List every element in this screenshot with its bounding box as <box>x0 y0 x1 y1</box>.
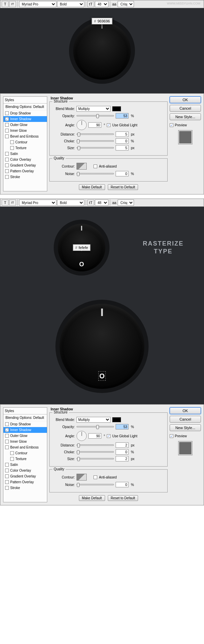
style-item-outer-glow[interactable]: Outer Glow <box>3 433 47 439</box>
style-item-contour[interactable]: Contour <box>3 139 47 145</box>
font-size-select[interactable]: 48 pt <box>95 1 108 7</box>
style-item-satin[interactable]: Satin <box>3 462 47 468</box>
size-input[interactable] <box>116 456 129 461</box>
style-checkbox[interactable] <box>5 486 9 490</box>
style-checkbox[interactable] <box>5 474 9 478</box>
style-checkbox[interactable] <box>5 111 9 115</box>
style-item-pattern-overlay[interactable]: Pattern Overlay <box>3 479 47 485</box>
shadow-color-swatch[interactable] <box>112 417 121 422</box>
text-orient2-icon[interactable]: IT <box>9 1 16 7</box>
aa-select[interactable]: Crisp <box>118 200 134 206</box>
reset-default-button[interactable]: Reset to Default <box>108 184 138 190</box>
font-size-select[interactable]: 48 pt <box>95 200 108 206</box>
style-checkbox[interactable] <box>5 129 9 132</box>
opacity-input[interactable] <box>116 424 129 429</box>
style-item-gradient-overlay[interactable]: Gradient Overlay <box>3 473 47 479</box>
choke-input[interactable] <box>116 449 129 455</box>
cancel-button[interactable]: Cancel <box>170 105 201 112</box>
noise-input[interactable] <box>116 171 129 176</box>
distance-slider[interactable] <box>76 444 114 446</box>
style-item-color-overlay[interactable]: Color Overlay <box>3 157 47 162</box>
antialias-checkbox[interactable] <box>94 475 97 479</box>
style-checkbox[interactable] <box>5 123 9 127</box>
text-orient-icon[interactable]: T <box>2 200 8 206</box>
noise-slider[interactable] <box>76 173 114 174</box>
blending-options[interactable]: Blending Options: Default <box>3 104 47 110</box>
style-item-stroke[interactable]: Stroke <box>3 485 47 491</box>
size-input[interactable] <box>116 145 129 151</box>
choke-input[interactable] <box>116 138 129 144</box>
style-checkbox[interactable] <box>5 422 9 426</box>
style-checkbox[interactable] <box>5 175 9 179</box>
style-item-drop-shadow[interactable]: Drop Shadow <box>3 110 47 116</box>
blending-options[interactable]: Blending Options: Default <box>3 414 47 421</box>
style-checkbox[interactable] <box>5 434 9 438</box>
style-checkbox[interactable] <box>5 152 9 156</box>
knob-o-transform-handles[interactable]: O <box>98 371 106 381</box>
style-checkbox[interactable] <box>5 135 9 138</box>
blend-mode-select[interactable]: Multiply <box>76 417 111 423</box>
style-checkbox[interactable]: ✓ <box>5 117 9 121</box>
size-slider[interactable] <box>76 147 114 148</box>
global-light-checkbox[interactable]: ✓ <box>107 123 111 127</box>
style-checkbox[interactable] <box>5 463 9 467</box>
size-slider[interactable] <box>76 458 114 459</box>
style-item-outer-glow[interactable]: Outer Glow <box>3 122 47 128</box>
style-item-texture[interactable]: Texture <box>3 456 47 462</box>
style-item-pattern-overlay[interactable]: Pattern Overlay <box>3 168 47 174</box>
style-item-drop-shadow[interactable]: Drop Shadow <box>3 421 47 427</box>
cancel-button[interactable]: Cancel <box>170 416 201 423</box>
font-family-select[interactable]: Myriad Pro <box>19 1 56 7</box>
font-family-select[interactable]: Myriad Pro <box>19 200 56 206</box>
font-weight-select[interactable]: Bold <box>57 1 84 7</box>
style-checkbox[interactable] <box>5 445 9 449</box>
antialias-checkbox[interactable] <box>94 164 97 168</box>
text-orient-icon[interactable]: T <box>2 1 8 7</box>
blend-mode-select[interactable]: Multiply <box>76 106 111 112</box>
style-checkbox[interactable] <box>5 469 9 472</box>
font-weight-select[interactable]: Bold <box>57 200 84 206</box>
contour-swatch[interactable] <box>76 474 87 481</box>
style-checkbox[interactable] <box>5 480 9 484</box>
opacity-slider[interactable] <box>76 426 114 427</box>
style-item-contour[interactable]: Contour <box>3 450 47 456</box>
noise-input[interactable] <box>116 482 129 487</box>
style-item-inner-glow[interactable]: Inner Glow <box>3 128 47 133</box>
aa-select[interactable]: Crisp <box>118 1 134 7</box>
style-item-color-overlay[interactable]: Color Overlay <box>3 468 47 473</box>
make-default-button[interactable]: Make Default <box>79 184 105 190</box>
style-checkbox[interactable] <box>5 158 9 161</box>
style-item-bevel-and-emboss[interactable]: Bevel and Emboss <box>3 133 47 139</box>
style-item-texture[interactable]: Texture <box>3 145 47 151</box>
angle-dial[interactable] <box>76 120 87 130</box>
shadow-color-swatch[interactable] <box>112 106 121 111</box>
distance-slider[interactable] <box>76 133 114 135</box>
choke-slider[interactable] <box>76 140 114 142</box>
ok-button[interactable]: OK <box>170 96 201 103</box>
style-checkbox[interactable] <box>10 146 14 150</box>
style-checkbox[interactable]: ✓ <box>5 428 9 432</box>
distance-input[interactable] <box>116 442 129 448</box>
ok-button[interactable]: OK <box>170 407 201 414</box>
choke-slider[interactable] <box>76 451 114 453</box>
angle-input[interactable] <box>88 122 101 128</box>
global-light-checkbox[interactable]: ✓ <box>107 434 111 438</box>
noise-slider[interactable] <box>76 484 114 485</box>
angle-input[interactable] <box>88 433 101 439</box>
preview-checkbox[interactable]: ✓ <box>170 123 173 127</box>
angle-dial[interactable] <box>76 431 87 441</box>
reset-default-button[interactable]: Reset to Default <box>108 495 138 501</box>
style-checkbox[interactable] <box>10 451 14 455</box>
style-checkbox[interactable] <box>10 140 14 144</box>
new-style-button[interactable]: New Style... <box>170 113 201 120</box>
make-default-button[interactable]: Make Default <box>79 495 105 501</box>
style-checkbox[interactable] <box>5 163 9 167</box>
style-checkbox[interactable] <box>10 457 14 461</box>
opacity-slider[interactable] <box>76 115 114 116</box>
style-item-gradient-overlay[interactable]: Gradient Overlay <box>3 162 47 168</box>
style-item-inner-shadow[interactable]: ✓Inner Shadow <box>3 116 47 122</box>
style-item-stroke[interactable]: Stroke <box>3 174 47 180</box>
contour-swatch[interactable] <box>76 163 87 170</box>
text-orient2-icon[interactable]: IT <box>9 200 16 206</box>
preview-checkbox[interactable]: ✓ <box>170 434 173 438</box>
